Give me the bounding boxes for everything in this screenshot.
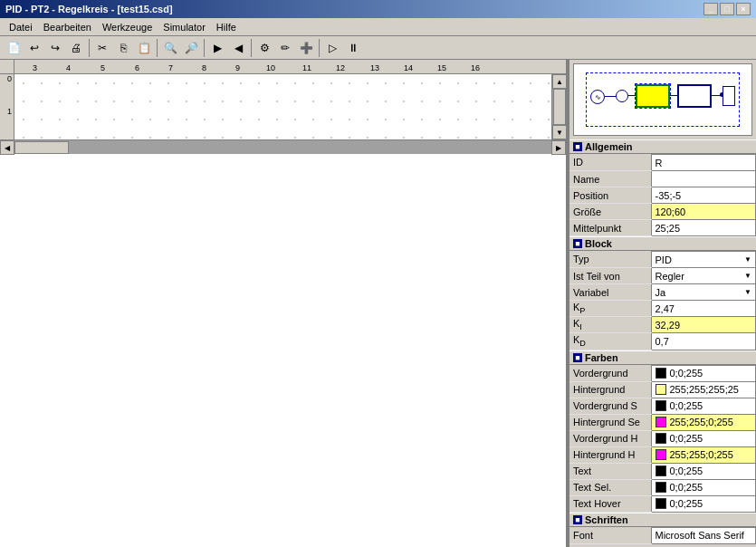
scroll-right-button[interactable]: ▶ [551,140,566,155]
horizontal-scrollbar[interactable]: ◀ ▶ [0,139,566,154]
preview-box: ∿ [573,63,752,136]
section-icon-allgemein: ■ [573,142,582,151]
redo-button[interactable]: ↪ [45,38,65,58]
variabel-dropdown-arrow[interactable]: ▼ [744,288,751,296]
paste-button[interactable]: 📋 [134,38,154,58]
prop-value-position[interactable]: -35;-5 [651,187,756,204]
scroll-down-button[interactable]: ▼ [552,125,566,139]
new-button[interactable]: 📄 [4,38,24,58]
prop-value-ki[interactable]: 32,29 [651,317,756,333]
menubar: Datei Bearbeiten Werkzeuge Simulator Hil… [0,18,756,36]
print-button[interactable]: 🖨 [66,38,86,58]
zoom-out-button[interactable]: 🔎 [181,38,201,58]
ruler-left: 0 1 2 3 4 5 6 7 8 9 10 11 12 [0,74,14,139]
minimize-button[interactable]: _ [703,3,718,15]
hscroll-track[interactable] [14,140,551,154]
prop-label-texthover: Text Hover [569,495,651,512]
prop-label-vordergrund: Vordergrund [569,365,651,381]
ruler-top: 3 4 5 6 7 8 9 10 11 12 13 14 15 16 [14,60,566,74]
vertical-scrollbar[interactable]: ▲ ▼ [551,74,566,139]
undo-button[interactable]: ↩ [24,38,44,58]
istteil-dropdown-arrow[interactable]: ▼ [744,272,751,280]
prop-value-id[interactable]: R [651,155,756,171]
prop-label-vordergrundH: Vordergrund H [569,430,651,446]
prop-label-text: Text [569,463,651,479]
titlebar: PID - PT2 - Regelkreis - [test15.csd] _ … [0,0,756,18]
draw-button[interactable]: ✏ [275,38,295,58]
menu-hilfe[interactable]: Hilfe [211,20,242,34]
settings-button[interactable]: ⚙ [254,38,274,58]
prop-value-texthover[interactable]: 0;0;255 [651,495,756,512]
zoom-in-button[interactable]: 🔍 [160,38,180,58]
prop-value-vordergrundH[interactable]: 0;0;255 [651,430,756,446]
ruler-corner [0,60,14,74]
prop-row-variabel: Variabel Ja ▼ [569,284,756,301]
block-header: ■ Block [569,236,756,251]
prop-value-font[interactable]: Microsoft Sans Serif [651,527,756,543]
scroll-track[interactable] [552,89,566,125]
play-button[interactable]: ▷ [322,38,342,58]
prop-label-hintergrund: Hintergrund [569,381,651,398]
schriften-table: Font Microsoft Sans Serif [569,527,756,544]
prop-value-hintergrundse[interactable]: 255;255;0;255 [651,414,756,430]
prop-value-hintergrundH[interactable]: 255;255;0;255 [651,446,756,463]
prop-label-id: ID [569,155,651,171]
menu-simulator[interactable]: Simulator [158,20,210,34]
typ-dropdown-arrow[interactable]: ▼ [744,255,751,264]
farben-header: ■ Farben [569,350,756,365]
prop-value-typ[interactable]: PID ▼ [651,252,756,268]
prop-label-ki: KI [569,317,651,333]
section-icon-farben: ■ [573,353,582,362]
prop-value-textsel[interactable]: 0;0;255 [651,479,756,495]
allgemein-table: ID R Name Position -35;-5 Größe 120;60 M… [569,154,756,236]
vordergrundH-swatch [656,433,666,444]
allgemein-header: ■ Allgemein [569,139,756,154]
prop-label-kd: KD [569,333,651,350]
allgemein-label: Allgemein [585,141,633,152]
add-button[interactable]: ➕ [296,38,316,58]
diagram-canvas[interactable]: ∿ + - [14,74,551,139]
hscroll-thumb[interactable] [14,141,69,154]
pause-button[interactable]: ⏸ [343,38,363,58]
prop-row-hintergrund: Hintergrund 255;255;255;25 [569,381,756,398]
prop-value-hintergrund[interactable]: 255;255;255;25 [651,381,756,398]
schriften-header: ■ Schriften [569,513,756,527]
menu-bearbeiten[interactable]: Bearbeiten [38,20,97,34]
scroll-left-button[interactable]: ◀ [0,140,14,155]
scroll-up-button[interactable]: ▲ [552,74,566,89]
prop-value-kp[interactable]: 2,47 [651,301,756,317]
text-swatch [656,465,666,476]
prop-value-text[interactable]: 0;0;255 [651,463,756,479]
close-button[interactable]: × [736,3,751,15]
maximize-button[interactable]: □ [720,3,734,15]
prop-row-vordergrundH: Vordergrund H 0;0;255 [569,430,756,446]
prop-value-kd[interactable]: 0,7 [651,333,756,350]
preview-diagram: ∿ [586,72,740,127]
back-button[interactable]: ◀ [228,38,248,58]
prop-row-textsel: Text Sel. 0;0;255 [569,479,756,495]
titlebar-controls: _ □ × [703,3,751,15]
schriften-label: Schriften [585,514,628,525]
cut-button[interactable]: ✂ [92,38,112,58]
toolbar-sep2 [157,39,158,57]
scroll-thumb[interactable] [553,89,566,125]
prop-value-variabel[interactable]: Ja ▼ [651,284,756,301]
prop-value-name[interactable] [651,171,756,187]
prop-value-groesse[interactable]: 120;60 [651,204,756,220]
prop-row-typ: Typ PID ▼ [569,252,756,268]
prop-value-mittelpunkt[interactable]: 25;25 [651,220,756,236]
prop-row-text: Text 0;0;255 [569,463,756,479]
menu-datei[interactable]: Datei [4,20,38,34]
section-icon-block: ■ [573,239,582,248]
prop-value-istteil[interactable]: Regler ▼ [651,268,756,284]
copy-button[interactable]: ⎘ [113,38,133,58]
prop-label-variabel: Variabel [569,284,651,301]
ruler-container: 3 4 5 6 7 8 9 10 11 12 13 14 15 16 [0,60,566,74]
prop-value-vordergrund[interactable]: 0;0;255 [651,365,756,381]
section-icon-schriften: ■ [573,515,582,524]
right-panel: ∿ [568,60,756,547]
menu-werkzeuge[interactable]: Werkzeuge [97,20,158,34]
prop-value-vordergrundsS[interactable]: 0;0;255 [651,398,756,414]
forward-button[interactable]: ▶ [207,38,227,58]
prop-label-mittelpunkt: Mittelpunkt [569,220,651,236]
